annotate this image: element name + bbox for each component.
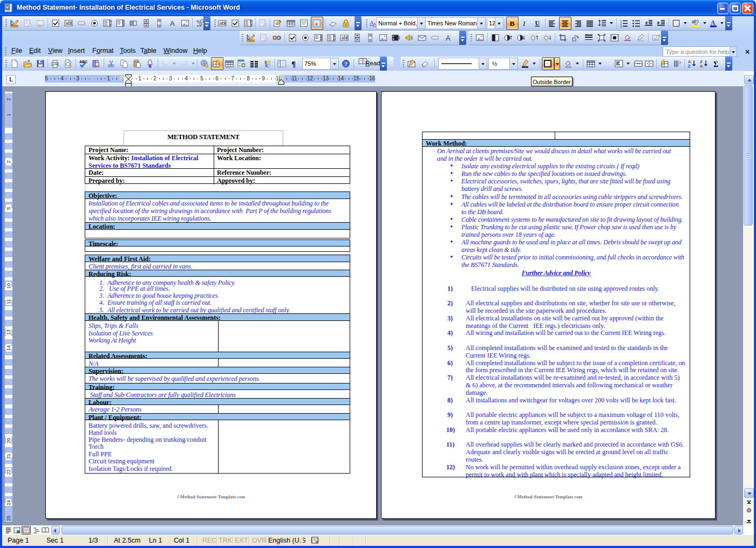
svg-text:a: a <box>315 20 318 26</box>
svg-text:A: A <box>170 19 175 28</box>
svg-text:A: A <box>446 34 451 42</box>
svg-text:I: I <box>522 19 526 28</box>
svg-text:Σ: Σ <box>713 60 718 68</box>
svg-text:¶: ¶ <box>291 60 296 68</box>
svg-text:ab: ab <box>342 35 347 40</box>
svg-text:Z: Z <box>688 64 691 68</box>
svg-text:ab: ab <box>220 20 225 26</box>
svg-text:ABC: ABC <box>79 60 87 64</box>
svg-text:3: 3 <box>620 25 622 28</box>
svg-text:?: ? <box>344 60 348 67</box>
svg-text:B: B <box>510 19 515 28</box>
svg-text:ab: ab <box>66 20 71 26</box>
svg-text:U: U <box>535 19 540 27</box>
svg-text:A: A <box>711 19 716 26</box>
svg-text:A: A <box>700 64 703 68</box>
